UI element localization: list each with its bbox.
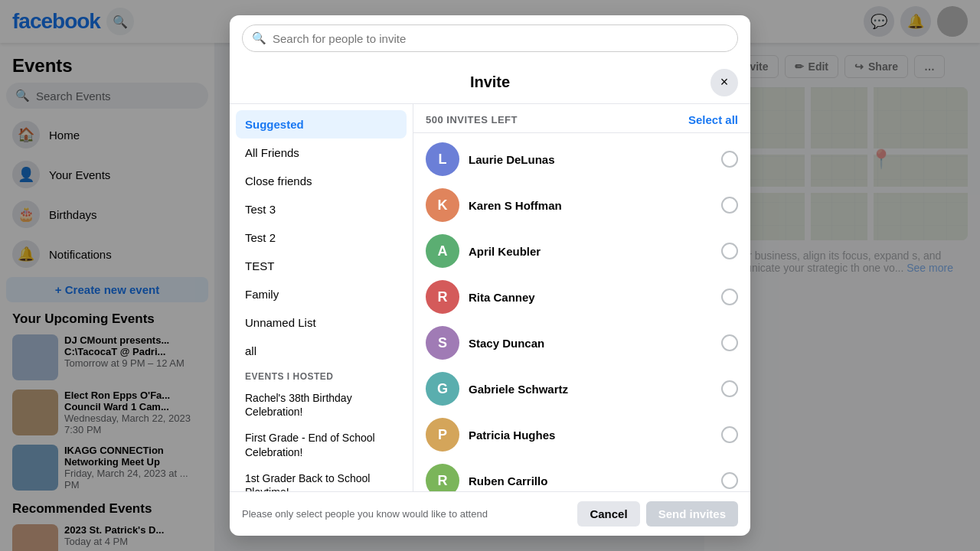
select-all-button[interactable]: Select all <box>688 113 738 126</box>
person-select-rita[interactable] <box>721 289 738 305</box>
modal-close-button[interactable]: × <box>710 69 738 96</box>
hosted-event-rachels[interactable]: Rachel's 38th Birthday Celebration! <box>236 385 407 425</box>
search-people-input[interactable] <box>273 32 728 45</box>
modal-search-icon: 🔍 <box>252 31 266 45</box>
modal-search-wrap: 🔍 <box>230 15 750 61</box>
person-name-laurie: Laurie DeLunas <box>469 153 712 166</box>
send-invites-button[interactable]: Send invites <box>646 501 738 527</box>
person-item-rita[interactable]: R Rita Canney <box>420 274 744 320</box>
person-name-stacy: Stacy Duncan <box>469 337 712 350</box>
person-item-gabriele[interactable]: G Gabriele Schwartz <box>420 366 744 412</box>
person-item-patricia[interactable]: P Patricia Hughes <box>420 412 744 458</box>
person-name-karen: Karen S Hoffman <box>469 199 712 212</box>
person-select-patricia[interactable] <box>721 426 738 443</box>
person-item-ruben[interactable]: R Ruben Carrillo <box>420 458 744 491</box>
person-select-laurie[interactable] <box>721 151 738 168</box>
cancel-button[interactable]: Cancel <box>577 501 639 527</box>
person-select-ruben[interactable] <box>721 472 738 489</box>
person-avatar-april: A <box>426 234 459 268</box>
invite-modal: 🔍 Invite × Suggested All Friends Close f… <box>230 15 750 536</box>
events-hosted-label: EVENTS I HOSTED <box>236 365 407 385</box>
person-avatar-karen: K <box>426 188 459 222</box>
person-select-gabriele[interactable] <box>721 380 738 397</box>
modal-search-container: 🔍 <box>242 24 738 52</box>
modal-people-panel: 500 INVITES LEFT Select all L Laurie DeL… <box>413 104 750 491</box>
person-select-stacy[interactable] <box>721 334 738 351</box>
person-avatar-rita: R <box>426 280 459 314</box>
filter-close-friends[interactable]: Close friends <box>236 167 407 195</box>
filter-family[interactable]: Family <box>236 280 407 308</box>
person-item-stacy[interactable]: S Stacy Duncan <box>420 320 744 366</box>
invites-left-count: 500 INVITES LEFT <box>426 114 518 126</box>
person-avatar-ruben: R <box>426 464 459 491</box>
person-item-april[interactable]: A April Keubler <box>420 228 744 274</box>
person-item-karen[interactable]: K Karen S Hoffman <box>420 182 744 228</box>
modal-body: Suggested All Friends Close friends Test… <box>230 104 750 491</box>
person-avatar-laurie: L <box>426 142 459 176</box>
people-list: L Laurie DeLunas K Karen S Hoffman A Apr… <box>413 133 750 491</box>
person-name-patricia: Patricia Hughes <box>469 429 712 442</box>
filter-all[interactable]: all <box>236 337 407 365</box>
hosted-event-1st-grader[interactable]: 1st Grader Back to School Playtime! <box>236 465 407 491</box>
person-name-gabriele: Gabriele Schwartz <box>469 383 712 396</box>
person-item-laurie[interactable]: L Laurie DeLunas <box>420 136 744 182</box>
person-name-april: April Keubler <box>469 245 712 258</box>
person-select-karen[interactable] <box>721 197 738 214</box>
footer-note: Please only select people you know would… <box>242 508 577 520</box>
person-avatar-patricia: P <box>426 418 459 452</box>
filter-test-2[interactable]: Test 2 <box>236 223 407 252</box>
modal-filter-panel: Suggested All Friends Close friends Test… <box>230 104 413 491</box>
person-avatar-stacy: S <box>426 326 459 360</box>
modal-right-header: 500 INVITES LEFT Select all <box>413 104 750 133</box>
modal-header: Invite × <box>230 61 750 104</box>
person-name-rita: Rita Canney <box>469 291 712 304</box>
hosted-event-first-grade[interactable]: First Grade - End of School Celebration! <box>236 425 407 465</box>
modal-title: Invite <box>470 73 510 91</box>
person-select-april[interactable] <box>721 243 738 259</box>
modal-backdrop: 🔍 Invite × Suggested All Friends Close f… <box>0 0 980 551</box>
person-name-ruben: Ruben Carrillo <box>469 474 712 487</box>
filter-test-3[interactable]: Test 3 <box>236 195 407 223</box>
filter-suggested[interactable]: Suggested <box>236 110 407 139</box>
modal-footer: Please only select people you know would… <box>230 491 750 536</box>
filter-all-friends[interactable]: All Friends <box>236 139 407 167</box>
filter-unnamed-list[interactable]: Unnamed List <box>236 308 407 337</box>
filter-test[interactable]: TEST <box>236 252 407 280</box>
person-avatar-gabriele: G <box>426 372 459 406</box>
footer-buttons: Cancel Send invites <box>577 501 738 527</box>
